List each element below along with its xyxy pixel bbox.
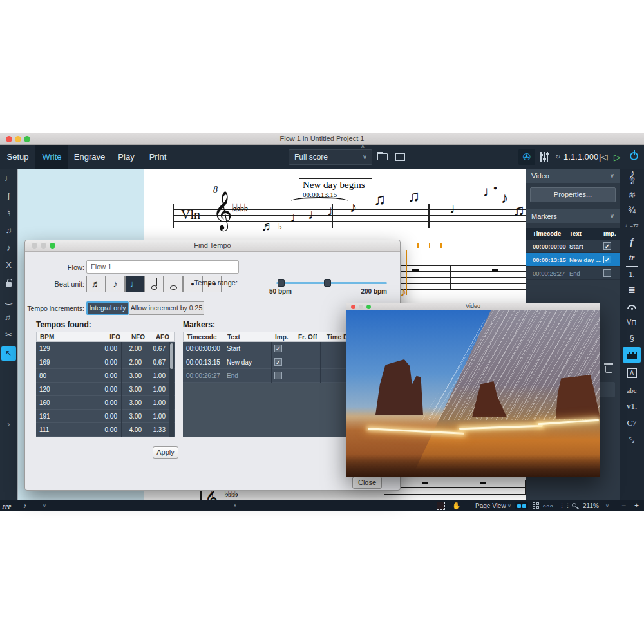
rests-tool[interactable]: ʃ bbox=[0, 189, 17, 203]
frame-view-icon[interactable] bbox=[394, 149, 407, 165]
loop-icon[interactable]: ↻ bbox=[555, 149, 560, 165]
text-frames-icon[interactable]: A bbox=[620, 365, 644, 381]
ties-tool[interactable]: ‿ bbox=[0, 293, 17, 307]
flows-icon[interactable] bbox=[376, 149, 390, 165]
marker-row[interactable]: 00:00:00:00 Start ✓ bbox=[526, 240, 620, 253]
tab-write[interactable]: Write bbox=[35, 145, 68, 169]
chord-symbols-icon[interactable]: C7 bbox=[620, 415, 644, 431]
view-type-select[interactable]: Page View bbox=[475, 500, 506, 511]
zoom-level[interactable]: 211% bbox=[583, 500, 599, 511]
dynamics-popover-icon[interactable]: ppp bbox=[3, 500, 12, 511]
marquee-tool-icon[interactable] bbox=[437, 502, 445, 510]
tempo-row[interactable]: 169 0.00 2.00 0.67 bbox=[36, 355, 175, 369]
pointer-tool[interactable]: ↖ bbox=[1, 346, 16, 361]
bowing-icon[interactable]: V⊓ bbox=[620, 314, 644, 330]
tab-engrave[interactable]: Engrave bbox=[68, 145, 111, 169]
time-signatures-icon[interactable]: ¾ bbox=[620, 202, 644, 218]
slider-handle-max[interactable] bbox=[324, 279, 331, 287]
bars-view-icon[interactable]: ooo bbox=[543, 500, 553, 511]
dynamics-icon[interactable]: f bbox=[620, 234, 644, 249]
note-glyph[interactable]: ♩ bbox=[450, 200, 464, 217]
note-glyph[interactable]: ♩ bbox=[308, 205, 323, 223]
beat-unit-half[interactable] bbox=[144, 276, 164, 292]
chevron-down-icon[interactable]: ∨ bbox=[605, 500, 609, 511]
rest-glyph[interactable] bbox=[492, 269, 498, 272]
key-signatures-icon[interactable]: ♯♯ bbox=[620, 187, 644, 202]
scissors-icon[interactable]: ✂ bbox=[0, 328, 17, 342]
rest-glyph[interactable] bbox=[412, 269, 419, 272]
playing-techniques-icon[interactable]: v1. bbox=[620, 399, 644, 414]
flow-input[interactable]: Flow 1 bbox=[86, 260, 239, 274]
zoom-magnifier-icon[interactable] bbox=[572, 503, 576, 507]
note-glyph[interactable]: ♪ bbox=[501, 189, 509, 207]
note-glyph[interactable]: ♫ bbox=[513, 201, 525, 220]
beat-unit-sixteenth[interactable]: ♬ bbox=[86, 276, 106, 292]
window-titlebar[interactable]: Flow 1 in Untitled Project 1 bbox=[0, 133, 644, 145]
tuplets-tool[interactable]: ♫ bbox=[0, 223, 17, 238]
dialog-titlebar[interactable]: Find Tempo bbox=[25, 240, 400, 252]
increment-option-quarter[interactable]: Allow increment by 0.25 bbox=[129, 301, 204, 315]
note-glyph[interactable]: ♪ bbox=[350, 198, 357, 216]
tempo-row[interactable]: 191 0.00 3.00 1.00 bbox=[36, 410, 175, 423]
rewind-icon[interactable]: |◁ bbox=[599, 149, 607, 165]
beat-unit-eighth[interactable]: ♪ bbox=[106, 276, 125, 292]
vertical-dots-icon[interactable]: ⋮⋮ bbox=[559, 500, 571, 511]
tempo-row[interactable]: 160 0.00 3.00 1.00 bbox=[36, 396, 175, 410]
notes-tool[interactable]: ♩ bbox=[0, 171, 17, 185]
note-glyph[interactable]: ♫ bbox=[374, 190, 386, 209]
playback-holds-icon[interactable]: § bbox=[620, 330, 644, 346]
tempo-icon[interactable]: ♩=72 bbox=[620, 218, 644, 234]
video-reel-icon[interactable]: ✇ bbox=[518, 149, 535, 165]
beams-tool[interactable]: ♬ bbox=[0, 310, 17, 325]
treble-clef-glyph[interactable]: 𝄞 bbox=[213, 191, 232, 230]
slider-handle-min[interactable] bbox=[278, 279, 285, 287]
tempo-row[interactable]: 80 0.00 3.00 1.00 bbox=[36, 369, 175, 383]
beat-unit-quarter[interactable]: ♩ bbox=[125, 276, 144, 292]
video-window-titlebar[interactable]: Video bbox=[346, 303, 600, 310]
lyrics-icon[interactable]: abc bbox=[620, 383, 644, 398]
expand-bottom-panel-chevron-icon[interactable]: ∧ bbox=[233, 500, 237, 511]
note-glyph[interactable]: ♩ bbox=[327, 202, 342, 220]
markers-section-header[interactable]: Markers ∨ bbox=[526, 209, 620, 223]
marker-row[interactable]: 00:00:26:27 End bbox=[526, 267, 620, 280]
increment-option-integral[interactable]: Integral only bbox=[86, 301, 129, 315]
tempo-range-slider[interactable] bbox=[276, 282, 387, 284]
clefs-icon[interactable]: 𝄞 bbox=[620, 170, 644, 185]
grace-notes-tool[interactable]: ♪ bbox=[0, 241, 17, 255]
bars-barlines-icon[interactable]: ≣ bbox=[620, 282, 644, 298]
delete-marker-icon[interactable] bbox=[605, 366, 612, 373]
accidentals-tool[interactable]: ♮ bbox=[0, 206, 17, 220]
important-checkbox[interactable] bbox=[274, 372, 282, 379]
video-window[interactable]: Video bbox=[346, 303, 600, 477]
collapse-toolbar-chevron-icon[interactable]: ∧ bbox=[361, 143, 365, 149]
important-checkbox[interactable]: ✓ bbox=[274, 358, 282, 366]
zoom-out-button[interactable]: − bbox=[621, 500, 626, 511]
flat-glyph[interactable]: ♭ bbox=[278, 222, 282, 231]
tempo-row[interactable]: 129 0.00 2.00 0.67 bbox=[36, 342, 175, 355]
chevron-down-icon[interactable]: ∨ bbox=[507, 500, 511, 511]
tab-play[interactable]: Play bbox=[111, 145, 142, 169]
repeat-endings-icon[interactable]: 1. bbox=[626, 266, 638, 281]
mixer-icon[interactable] bbox=[538, 149, 551, 165]
ornaments-icon[interactable]: tr bbox=[620, 250, 644, 265]
tempos-scrollbar[interactable] bbox=[169, 343, 174, 437]
panel-expander-chevron-icon[interactable]: › bbox=[0, 417, 17, 431]
notes-popover-icon[interactable]: ♪ bbox=[23, 500, 27, 511]
tempo-row[interactable]: 111 0.00 4.00 1.33 bbox=[36, 423, 175, 437]
tab-print[interactable]: Print bbox=[142, 145, 174, 169]
important-checkbox[interactable] bbox=[603, 269, 611, 277]
layout-grid-icon[interactable] bbox=[533, 502, 539, 509]
video-properties-button[interactable]: Properties... bbox=[530, 187, 616, 202]
tab-setup[interactable]: Setup bbox=[0, 145, 35, 169]
figured-bass-icon[interactable]: ⁵₃ bbox=[620, 432, 644, 448]
hand-tool-icon[interactable]: ✋ bbox=[452, 500, 461, 511]
articulations-tool[interactable]: X bbox=[0, 258, 17, 272]
note-glyph[interactable]: ♩ bbox=[290, 209, 305, 226]
video-markers-icon[interactable] bbox=[623, 347, 641, 363]
close-button[interactable]: Close bbox=[352, 477, 382, 489]
tempos-table[interactable]: 129 0.00 2.00 0.67 169 0.00 2.00 0.67 80… bbox=[36, 342, 175, 437]
layout-select[interactable]: Full score ∨ bbox=[289, 149, 372, 165]
pages-icon[interactable] bbox=[515, 502, 528, 509]
important-checkbox[interactable]: ✓ bbox=[603, 242, 611, 250]
beat-unit-whole[interactable] bbox=[164, 276, 183, 292]
